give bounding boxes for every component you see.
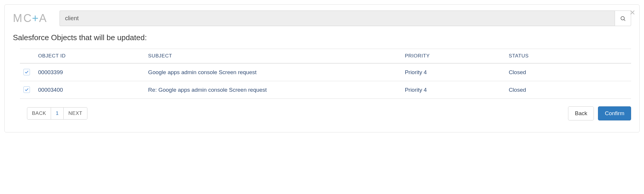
- topbar: MC+A: [13, 11, 631, 26]
- objects-table: OBJECT ID SUBJECT PRIORITY STATUS 000033…: [20, 49, 631, 99]
- col-header-subject: SUBJECT: [145, 49, 401, 64]
- logo-a: A: [39, 12, 48, 25]
- col-header-status: STATUS: [505, 49, 631, 64]
- cell-priority: Priority 4: [401, 81, 505, 99]
- cell-priority: Priority 4: [401, 63, 505, 81]
- cell-subject: Google apps admin console Screen request: [145, 63, 401, 81]
- brand-logo: MC+A: [13, 12, 48, 25]
- pagination: BACK 1 NEXT: [27, 107, 87, 120]
- check-icon: [25, 70, 29, 74]
- search-icon: [620, 16, 626, 21]
- table-row: 00003400 Re: Google apps admin console S…: [20, 81, 631, 99]
- check-icon: [25, 88, 29, 92]
- logo-c: C: [23, 12, 33, 25]
- logo-plus: +: [32, 12, 40, 25]
- cell-subject: Re: Google apps admin console Screen req…: [145, 81, 401, 99]
- action-buttons: Back Confirm: [568, 106, 631, 120]
- col-header-object-id: OBJECT ID: [35, 49, 145, 64]
- col-header-priority: PRIORITY: [401, 49, 505, 64]
- logo-m: M: [13, 12, 23, 25]
- row-checkbox[interactable]: [23, 69, 30, 75]
- col-header-checkbox: [20, 49, 35, 64]
- objects-table-wrap: OBJECT ID SUBJECT PRIORITY STATUS 000033…: [20, 49, 631, 120]
- search-input[interactable]: [60, 11, 615, 26]
- cell-object-id: 00003399: [35, 63, 145, 81]
- search-bar: [60, 11, 631, 26]
- footer-row: BACK 1 NEXT Back Confirm: [20, 106, 631, 120]
- table-row: 00003399 Google apps admin console Scree…: [20, 63, 631, 81]
- pager-page-number: 1: [51, 107, 64, 120]
- row-checkbox[interactable]: [23, 86, 30, 93]
- cell-status: Closed: [505, 81, 631, 99]
- pager-back-button[interactable]: BACK: [27, 107, 51, 120]
- search-button[interactable]: [615, 11, 631, 26]
- cell-object-id: 00003400: [35, 81, 145, 99]
- pager-next-button[interactable]: NEXT: [63, 107, 87, 120]
- confirm-button[interactable]: Confirm: [598, 106, 631, 120]
- close-icon[interactable]: ×: [630, 8, 635, 17]
- back-button[interactable]: Back: [568, 106, 594, 120]
- cell-status: Closed: [505, 63, 631, 81]
- section-heading: Salesforce Objects that will be updated:: [13, 33, 631, 42]
- svg-line-1: [624, 19, 625, 21]
- modal-panel: × MC+A Salesforce Objects that will be u…: [4, 4, 640, 132]
